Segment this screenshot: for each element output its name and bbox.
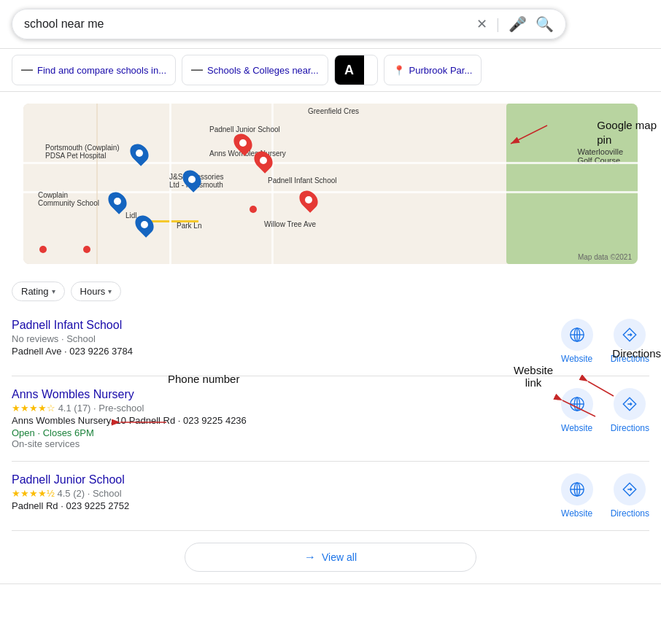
link-chip-icon: —	[21, 64, 33, 76]
website-link-annotation: Websitelink	[514, 364, 553, 389]
directions-svg-0	[622, 327, 638, 343]
directions-icon-2	[614, 473, 646, 505]
website-icon-2	[561, 473, 593, 505]
map-pin-anns-wombles[interactable]	[255, 150, 271, 171]
small-dot-1	[39, 246, 47, 253]
link-chip-schools-icon: —	[191, 64, 203, 76]
school-type-2: School	[93, 488, 122, 499]
link-chip-purbrook-icon: 📍	[393, 64, 405, 76]
link-chip-purbrook-label: Purbrook Par...	[409, 65, 473, 76]
road-v3	[96, 104, 98, 264]
school-address-0: Padnell Ave · 023 9226 3784	[12, 346, 549, 357]
road-h1	[23, 162, 638, 164]
map-container[interactable]: WaterloovilleGolf Course Portsmouth (Cow…	[23, 104, 638, 264]
school-meta-1: ★★★★☆ 4.1 (17) · Pre-school	[12, 403, 549, 414]
globe-svg-1	[569, 396, 585, 412]
map-background: WaterloovilleGolf Course Portsmouth (Cow…	[23, 104, 638, 264]
search-icons: ✕ | 🎤 🔍	[476, 15, 554, 33]
map-pin-pdsa[interactable]	[131, 143, 147, 163]
greenfield-label: Greenfield Cres	[308, 107, 359, 115]
view-all-label: View all	[322, 551, 357, 563]
school-info-2: Padnell Junior School ★★★★½ 4.5 (2) · Sc…	[12, 473, 549, 511]
directions-annotation: Directions	[612, 347, 661, 360]
search-icon[interactable]: 🔍	[536, 15, 554, 33]
school-info-1: Anns Wombles Nursery ★★★★☆ 4.1 (17) · Pr…	[12, 388, 549, 449]
action-pair-1: Website Directions	[561, 388, 649, 433]
link-chip-find-compare-label: Find and compare schools in...	[37, 65, 166, 76]
school-rating-1: 4.1	[58, 403, 71, 414]
link-chip-schools-colleges[interactable]: — Schools & Colleges near...	[182, 55, 328, 85]
link-chip-image[interactable]: A	[334, 55, 378, 85]
website-label-2: Website	[561, 508, 592, 519]
directions-button-2[interactable]: Directions	[611, 473, 649, 519]
school-actions-2: Website Directions	[561, 473, 649, 519]
school-extra-1: On-site services	[12, 438, 549, 449]
action-pair-2: Website Directions	[561, 473, 649, 519]
search-bar-container: ✕ | 🎤 🔍	[0, 0, 661, 49]
link-chip-purbrook[interactable]: 📍 Purbrook Par...	[384, 55, 482, 85]
website-button-1[interactable]: Website	[561, 388, 593, 433]
directions-label-1: Directions	[611, 423, 649, 433]
links-bar: — Find and compare schools in... — Schoo…	[0, 49, 661, 92]
pin-js-inner	[188, 176, 196, 183]
willow-tree-label: Willow Tree Ave	[264, 220, 316, 228]
clear-icon[interactable]: ✕	[476, 16, 487, 32]
pin-infant-inner	[305, 196, 312, 203]
microphone-icon[interactable]: 🎤	[509, 15, 527, 33]
pin-lidl-inner	[141, 221, 148, 228]
directions-svg-2	[622, 481, 638, 497]
search-input[interactable]	[24, 18, 476, 31]
directions-button-1[interactable]: Directions	[611, 388, 649, 433]
rating-filter-button[interactable]: Rating ▾	[12, 282, 65, 301]
school-rating-2: 4.5	[57, 488, 70, 499]
school-stars-1: ★★★★☆	[12, 403, 55, 414]
school-type-1: Pre-school	[98, 403, 144, 414]
link-chip-find-compare[interactable]: — Find and compare schools in...	[12, 55, 176, 85]
view-all-container: → View all	[0, 531, 661, 584]
rating-filter-label: Rating	[21, 286, 49, 297]
hours-chevron-icon: ▾	[108, 287, 112, 295]
divider: |	[496, 16, 500, 33]
search-bar: ✕ | 🎤 🔍	[12, 9, 566, 39]
school-meta-0: No reviews · School	[12, 333, 549, 344]
view-all-button[interactable]: → View all	[185, 543, 476, 572]
school-type-0: School	[66, 333, 96, 344]
school-meta-2: ★★★★½ 4.5 (2) · School	[12, 488, 549, 499]
google-map-pin-annotation: Google mappin	[597, 118, 657, 147]
hours-filter-button[interactable]: Hours ▾	[71, 282, 122, 301]
link-chip-schools-colleges-label: Schools & Colleges near...	[207, 65, 318, 76]
small-dot-2	[83, 246, 90, 253]
rating-chevron-icon: ▾	[52, 287, 55, 295]
map-pin-lidl[interactable]	[136, 214, 152, 235]
map-copyright: Map data ©2021	[578, 253, 632, 261]
school-info-0: Padnell Infant School No reviews · Schoo…	[12, 319, 549, 357]
directions-label-2: Directions	[611, 508, 649, 519]
portsmouth-label: Portsmouth (Cowplain)PDSA Pet Hospital	[45, 144, 120, 160]
phone-number-annotation: Phone number	[168, 373, 239, 385]
school-name-2[interactable]: Padnell Junior School	[12, 473, 549, 486]
map-pin-js[interactable]	[184, 169, 200, 190]
filters-row: Rating ▾ Hours ▾	[0, 276, 661, 307]
website-label-1: Website	[561, 423, 592, 433]
school-item-0: Padnell Infant School No reviews · Schoo…	[12, 307, 649, 376]
website-button-0[interactable]: Website	[561, 319, 593, 364]
page-wrapper: ✕ | 🎤 🔍 — Find and compare schools in...…	[0, 0, 661, 584]
school-address-1: Anns Wombles Nursery, 10 Padnell Rd · 02…	[12, 415, 549, 426]
map-pin-padnell-junior[interactable]	[235, 133, 251, 153]
school-name-0[interactable]: Padnell Infant School	[12, 319, 549, 332]
map-pin-cowplain[interactable]	[109, 191, 125, 212]
school-name-1[interactable]: Anns Wombles Nursery	[12, 388, 549, 401]
map-section: WaterloovilleGolf Course Portsmouth (Cow…	[12, 104, 649, 264]
small-dot-3	[250, 206, 257, 213]
map-pin-padnell-infant[interactable]	[301, 190, 317, 210]
link-chip-img: A	[335, 55, 364, 85]
pin-pdsa-inner	[136, 150, 143, 157]
school-address-2: Padnell Rd · 023 9225 2752	[12, 500, 549, 511]
website-icon-0	[561, 319, 593, 351]
website-button-2[interactable]: Website	[561, 473, 593, 519]
view-all-arrow-icon: →	[304, 551, 316, 564]
school-item-2: Padnell Junior School ★★★★½ 4.5 (2) · Sc…	[12, 462, 649, 531]
directions-icon-1	[614, 388, 646, 420]
cowplain-label: CowplainCommunity School	[38, 191, 99, 207]
park-ln-label: Park Ln	[177, 222, 201, 230]
